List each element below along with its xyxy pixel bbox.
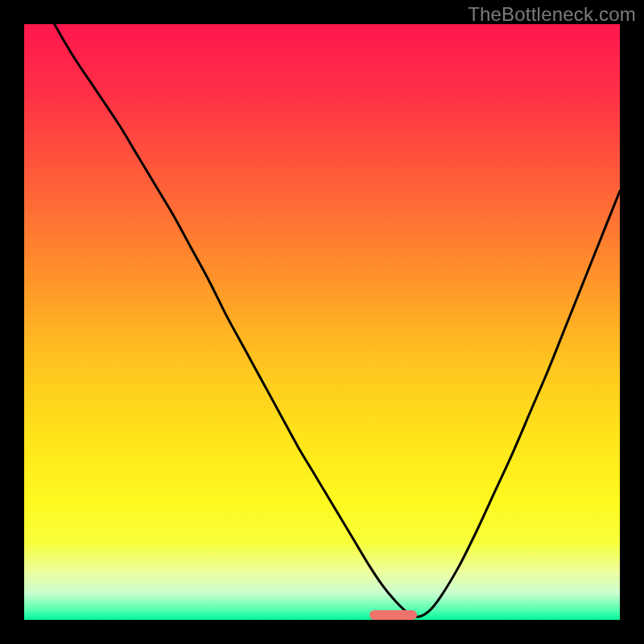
- chart-background: [24, 24, 620, 620]
- optimal-range-marker: [369, 610, 417, 620]
- bottleneck-chart: [24, 24, 620, 620]
- watermark-text: TheBottleneck.com: [468, 3, 636, 26]
- image-frame: TheBottleneck.com: [0, 0, 644, 644]
